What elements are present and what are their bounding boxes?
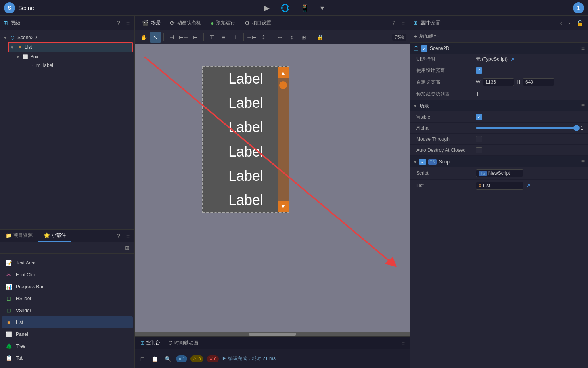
console-search-button[interactable]: 🔍 xyxy=(163,355,173,363)
tree-arrow-mlabel: ▶ xyxy=(22,63,27,68)
align-center-v-button[interactable]: ≡ xyxy=(218,32,229,43)
align-bottom-button[interactable]: ⊥ xyxy=(230,32,241,43)
tab-project-resources[interactable]: 📁 项目资源 xyxy=(0,230,38,242)
alpha-slider-bar xyxy=(476,127,578,129)
widget-item-tab[interactable]: 📋 Tab xyxy=(2,352,133,364)
tab-settings[interactable]: ⚙ 项目设置 xyxy=(241,18,275,28)
use-design-size-checkbox[interactable]: ✓ xyxy=(476,67,482,74)
textarea-label: Text Area xyxy=(16,260,36,266)
scene-hscroll[interactable] xyxy=(135,332,410,336)
widget-item-list[interactable]: ≡ List xyxy=(2,316,133,328)
hslider-label: HSlider xyxy=(16,296,31,301)
prop-preload: 预加载资源列表 + xyxy=(410,88,588,100)
tab-preview[interactable]: ● 预览运行 xyxy=(207,18,239,28)
scene2d-section-header[interactable]: ⬡ ✓ Scene2D ≡ xyxy=(410,43,588,54)
scroll-up-arrow[interactable]: ▲ xyxy=(278,67,289,78)
w-input[interactable] xyxy=(483,78,514,86)
hand-tool-button[interactable]: ✋ xyxy=(138,32,149,43)
tab-scene[interactable]: 🎬 场景 xyxy=(138,18,165,28)
properties-title: ⊞ 属性设置 xyxy=(413,19,441,27)
hierarchy-help-button[interactable]: ? xyxy=(115,19,122,27)
hierarchy-menu-button[interactable]: ≡ xyxy=(125,19,131,27)
distribute-h-button[interactable]: ⊣⊢ xyxy=(246,32,257,43)
distribute-v-button[interactable]: ⇕ xyxy=(258,32,269,43)
fontclip-icon: ✂ xyxy=(5,271,13,279)
align-right-button[interactable]: ⊢ xyxy=(190,32,201,43)
align-center-h-button[interactable]: ⊢⊣ xyxy=(178,32,189,43)
mouse-through-checkbox[interactable] xyxy=(476,136,482,142)
align-top-button[interactable]: ⊤ xyxy=(206,32,217,43)
progressbar-icon: 📊 xyxy=(5,283,13,291)
stretch-v-button[interactable]: ↕ xyxy=(286,32,297,43)
phone-button[interactable]: 📱 xyxy=(298,2,312,14)
widget-item-panel[interactable]: ⬜ Panel xyxy=(2,328,133,340)
preload-add-button[interactable]: + xyxy=(476,90,479,98)
add-component-row[interactable]: + 增加组件 xyxy=(410,30,588,43)
pointer-tool-button[interactable]: ↖ xyxy=(150,32,161,43)
widget-item-progressbar[interactable]: 📊 Progress Bar xyxy=(2,281,133,293)
widgets-list: 📝 Text Area ✂ Font Clip 📊 Progress Bar ⊟… xyxy=(0,254,134,368)
tab-widgets[interactable]: ⭐ 小部件 xyxy=(38,230,71,242)
left-panel: ⊞ 层级 ? ≡ ▼ ⬡ Scene2D ▼ ≡ List xyxy=(0,16,135,368)
widget-item-tree[interactable]: 🌲 Tree xyxy=(2,340,133,352)
fit-button[interactable]: ⊞ xyxy=(298,32,309,43)
console-body: 🗑 📋 🔍 ● 1 ⚠ 0 ✕ 0 ▶ 编译完成，耗时 21 ms xyxy=(135,349,410,368)
tree-item-mlabel[interactable]: ▶ ⌂ m_label xyxy=(21,61,133,70)
console-clear-button[interactable]: 🗑 xyxy=(138,355,147,363)
alpha-slider[interactable] xyxy=(476,127,578,129)
lock-button[interactable]: 🔒 xyxy=(314,32,326,43)
scroll-thumb[interactable] xyxy=(279,81,287,89)
tab-timeline[interactable]: ⏱ 时间轴动画 xyxy=(166,338,201,347)
console-menu-button[interactable]: ≡ xyxy=(400,339,406,347)
widget-item-textarea[interactable]: 📝 Text Area xyxy=(2,257,133,269)
preload-label: 预加载资源列表 xyxy=(416,91,476,98)
hierarchy-title: 层级 xyxy=(10,19,21,27)
tab-animation-state[interactable]: ⟳ 动画状态机 xyxy=(166,18,205,28)
scene-hscroll-thumb[interactable] xyxy=(249,333,296,336)
script-enabled-checkbox[interactable]: ✓ xyxy=(419,159,426,165)
widgets-grid-button[interactable]: ⊞ xyxy=(123,244,131,252)
stretch-h-button[interactable]: ↔ xyxy=(274,32,285,43)
dropdown-button[interactable]: ▾ xyxy=(318,2,326,14)
scene-list-widget: Label Label Label Label Label Label ▲ ▼ xyxy=(202,66,289,213)
alpha-slider-thumb[interactable] xyxy=(573,125,580,131)
tree-item-box[interactable]: ▼ ⬜ Box xyxy=(14,52,133,61)
widget-item-fontclip[interactable]: ✂ Font Clip xyxy=(2,269,133,281)
preview-tab-icon: ● xyxy=(211,20,214,26)
notification-badge[interactable]: 1 xyxy=(573,2,584,13)
scene2d-section-menu[interactable]: ≡ xyxy=(581,45,585,52)
console-copy-button[interactable]: 📋 xyxy=(150,355,160,363)
widgets-help-button[interactable]: ? xyxy=(115,232,122,240)
prop-nav-next-button[interactable]: › xyxy=(567,19,572,27)
auto-destroy-value xyxy=(476,147,583,153)
auto-destroy-checkbox[interactable] xyxy=(476,147,482,153)
prop-nav-prev-button[interactable]: ‹ xyxy=(559,19,564,27)
scene-section-header[interactable]: ▼ 场景 ≡ xyxy=(410,100,588,111)
scene-list-item-1: Label xyxy=(203,67,289,91)
prop-ui-runtime: UI运行时 无 (TypeScript) ↗ xyxy=(410,54,588,65)
align-left-button[interactable]: ⊣ xyxy=(166,32,177,43)
script-section-menu[interactable]: ≡ xyxy=(581,158,585,165)
widget-item-vslider[interactable]: ⊟ VSlider xyxy=(2,305,133,316)
scene-section-menu[interactable]: ≡ xyxy=(581,102,585,109)
play-button[interactable]: ▶ xyxy=(262,2,272,14)
scene-menu-button[interactable]: ≡ xyxy=(400,19,406,27)
scene-viewport[interactable]: Label Label Label Label Label Label ▲ ▼ xyxy=(135,44,410,332)
tree-item-list[interactable]: ▼ ≡ List xyxy=(8,42,133,52)
scene2d-visible-checkbox[interactable]: ✓ xyxy=(421,45,427,52)
scroll-down-arrow[interactable]: ▼ xyxy=(278,201,289,212)
ui-runtime-link[interactable]: ↗ xyxy=(510,56,515,63)
scene-help-button[interactable]: ? xyxy=(391,19,397,27)
scene-list-item-6: Label xyxy=(203,188,289,212)
widget-item-hslider[interactable]: ⊟ HSlider xyxy=(2,293,133,305)
h-input[interactable] xyxy=(523,78,554,86)
visible-checkbox[interactable]: ✓ xyxy=(476,114,482,120)
globe-button[interactable]: 🌐 xyxy=(278,2,292,14)
widgets-menu-button[interactable]: ≡ xyxy=(125,232,131,240)
list-field-link[interactable]: ↗ xyxy=(526,182,531,189)
prop-lock-button[interactable]: 🔓 xyxy=(575,19,585,27)
script-section-header[interactable]: ▼ ✓ TS Script ≡ xyxy=(410,156,588,167)
tree-item-scene2d[interactable]: ▼ ⬡ Scene2D xyxy=(2,33,133,42)
list-widget-label: List xyxy=(16,320,23,325)
tab-console[interactable]: ⊞ 控制台 xyxy=(138,338,163,347)
